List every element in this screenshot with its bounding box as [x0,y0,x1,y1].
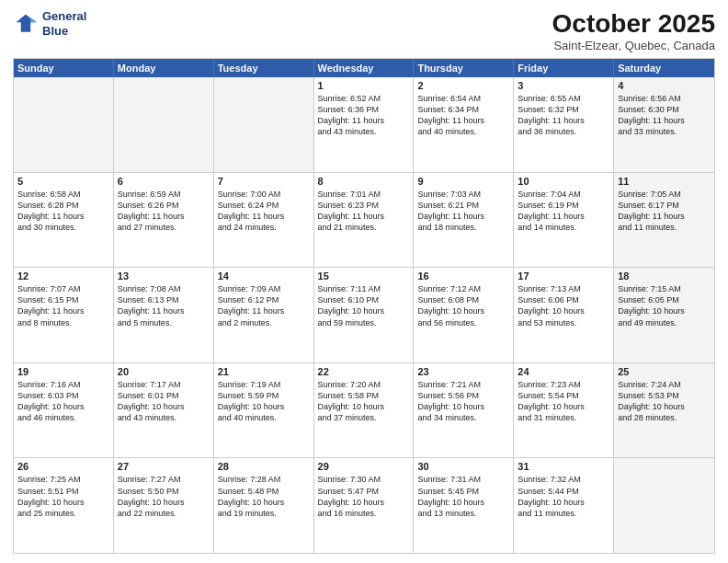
calendar-day-29: 29Sunrise: 7:30 AM Sunset: 5:47 PM Dayli… [314,458,415,553]
calendar-day-15: 15Sunrise: 7:11 AM Sunset: 6:10 PM Dayli… [314,268,415,362]
weekday-header-wednesday: Wednesday [314,59,415,77]
calendar: SundayMondayTuesdayWednesdayThursdayFrid… [13,58,715,554]
calendar-day-19: 19Sunrise: 7:16 AM Sunset: 6:03 PM Dayli… [14,363,114,458]
calendar-day-3: 3Sunrise: 6:55 AM Sunset: 6:32 PM Daylig… [514,77,614,172]
day-number: 17 [518,270,609,282]
day-info: Sunrise: 7:08 AM Sunset: 6:13 PM Dayligh… [118,283,210,328]
calendar-day-18: 18Sunrise: 7:15 AM Sunset: 6:05 PM Dayli… [614,268,714,362]
page: General Blue October 2025 Saint-Elzear, … [0,0,728,563]
logo-text: General Blue [42,9,86,38]
day-info: Sunrise: 7:28 AM Sunset: 5:48 PM Dayligh… [218,474,310,519]
logo-line1: General [42,9,86,23]
day-info: Sunrise: 7:20 AM Sunset: 5:58 PM Dayligh… [318,379,410,424]
day-number: 14 [218,270,310,282]
calendar-week-4: 19Sunrise: 7:16 AM Sunset: 6:03 PM Dayli… [14,362,714,458]
day-number: 19 [17,366,109,377]
weekday-header-sunday: Sunday [14,59,114,77]
calendar-body: 1Sunrise: 6:52 AM Sunset: 6:36 PM Daylig… [14,77,714,553]
calendar-empty-cell [14,77,114,172]
day-number: 23 [417,366,509,377]
day-number: 15 [318,270,410,282]
weekday-header-monday: Monday [114,59,214,77]
day-info: Sunrise: 6:59 AM Sunset: 6:26 PM Dayligh… [118,189,210,234]
svg-marker-1 [30,17,37,22]
day-number: 22 [318,366,410,377]
day-number: 1 [318,80,410,91]
day-info: Sunrise: 7:32 AM Sunset: 5:44 PM Dayligh… [518,474,609,519]
calendar-week-1: 1Sunrise: 6:52 AM Sunset: 6:36 PM Daylig… [14,77,714,172]
logo-line2: Blue [42,24,68,38]
day-number: 6 [118,176,210,187]
calendar-day-20: 20Sunrise: 7:17 AM Sunset: 6:01 PM Dayli… [114,363,214,458]
day-number: 8 [318,176,410,187]
calendar-day-21: 21Sunrise: 7:19 AM Sunset: 5:59 PM Dayli… [214,363,314,458]
day-info: Sunrise: 7:19 AM Sunset: 5:59 PM Dayligh… [218,379,310,424]
day-info: Sunrise: 7:25 AM Sunset: 5:51 PM Dayligh… [17,474,109,519]
day-number: 3 [518,80,609,91]
day-info: Sunrise: 6:52 AM Sunset: 6:36 PM Dayligh… [318,93,410,138]
day-info: Sunrise: 6:56 AM Sunset: 6:30 PM Dayligh… [618,93,711,138]
day-info: Sunrise: 6:58 AM Sunset: 6:28 PM Dayligh… [17,189,109,234]
calendar-day-8: 8Sunrise: 7:01 AM Sunset: 6:23 PM Daylig… [314,173,415,268]
calendar-day-25: 25Sunrise: 7:24 AM Sunset: 5:53 PM Dayli… [614,363,714,458]
day-info: Sunrise: 7:01 AM Sunset: 6:23 PM Dayligh… [318,189,410,234]
calendar-day-5: 5Sunrise: 6:58 AM Sunset: 6:28 PM Daylig… [14,173,114,268]
day-info: Sunrise: 6:54 AM Sunset: 6:34 PM Dayligh… [417,93,509,138]
day-info: Sunrise: 7:23 AM Sunset: 5:54 PM Dayligh… [518,379,609,424]
day-number: 27 [118,461,210,472]
calendar-day-28: 28Sunrise: 7:28 AM Sunset: 5:48 PM Dayli… [214,458,314,553]
calendar-day-10: 10Sunrise: 7:04 AM Sunset: 6:19 PM Dayli… [514,173,614,268]
calendar-day-22: 22Sunrise: 7:20 AM Sunset: 5:58 PM Dayli… [314,363,415,458]
day-number: 10 [518,176,609,187]
day-info: Sunrise: 7:30 AM Sunset: 5:47 PM Dayligh… [318,474,410,519]
day-info: Sunrise: 7:00 AM Sunset: 6:24 PM Dayligh… [218,189,310,234]
calendar-week-3: 12Sunrise: 7:07 AM Sunset: 6:15 PM Dayli… [14,267,714,362]
calendar-day-17: 17Sunrise: 7:13 AM Sunset: 6:06 PM Dayli… [514,268,614,362]
day-info: Sunrise: 7:17 AM Sunset: 6:01 PM Dayligh… [118,379,210,424]
day-number: 28 [218,461,310,472]
calendar-day-16: 16Sunrise: 7:12 AM Sunset: 6:08 PM Dayli… [414,268,514,362]
calendar-day-12: 12Sunrise: 7:07 AM Sunset: 6:15 PM Dayli… [14,268,114,362]
logo: General Blue [13,9,86,38]
day-number: 26 [17,461,109,472]
day-number: 12 [17,270,109,282]
calendar-day-26: 26Sunrise: 7:25 AM Sunset: 5:51 PM Dayli… [14,458,114,553]
calendar-week-2: 5Sunrise: 6:58 AM Sunset: 6:28 PM Daylig… [14,172,714,268]
calendar-empty-cell [114,77,214,172]
day-number: 7 [218,176,310,187]
day-number: 9 [417,176,509,187]
day-number: 2 [417,80,509,91]
day-info: Sunrise: 7:15 AM Sunset: 6:05 PM Dayligh… [618,283,711,328]
day-number: 29 [318,461,410,472]
calendar-empty-cell [214,77,314,172]
title-block: October 2025 Saint-Elzear, Quebec, Canad… [552,9,715,52]
calendar-day-9: 9Sunrise: 7:03 AM Sunset: 6:21 PM Daylig… [414,173,514,268]
day-number: 11 [618,176,711,187]
calendar-day-7: 7Sunrise: 7:00 AM Sunset: 6:24 PM Daylig… [214,173,314,268]
weekday-header-friday: Friday [514,59,614,77]
calendar-day-13: 13Sunrise: 7:08 AM Sunset: 6:13 PM Dayli… [114,268,214,362]
day-info: Sunrise: 7:03 AM Sunset: 6:21 PM Dayligh… [417,189,509,234]
day-number: 20 [118,366,210,377]
day-info: Sunrise: 7:21 AM Sunset: 5:56 PM Dayligh… [417,379,509,424]
month-title: October 2025 [552,9,715,39]
calendar-day-4: 4Sunrise: 6:56 AM Sunset: 6:30 PM Daylig… [614,77,714,172]
day-info: Sunrise: 7:09 AM Sunset: 6:12 PM Dayligh… [218,283,310,328]
day-info: Sunrise: 7:27 AM Sunset: 5:50 PM Dayligh… [118,474,210,519]
calendar-day-30: 30Sunrise: 7:31 AM Sunset: 5:45 PM Dayli… [414,458,514,553]
day-number: 25 [618,366,711,377]
calendar-empty-cell [614,458,714,553]
day-info: Sunrise: 7:24 AM Sunset: 5:53 PM Dayligh… [618,379,711,424]
day-number: 18 [618,270,711,282]
day-info: Sunrise: 7:31 AM Sunset: 5:45 PM Dayligh… [417,474,509,519]
day-number: 13 [118,270,210,282]
day-number: 30 [417,461,509,472]
day-number: 31 [518,461,609,472]
calendar-day-6: 6Sunrise: 6:59 AM Sunset: 6:26 PM Daylig… [114,173,214,268]
calendar-day-24: 24Sunrise: 7:23 AM Sunset: 5:54 PM Dayli… [514,363,614,458]
day-info: Sunrise: 7:16 AM Sunset: 6:03 PM Dayligh… [17,379,109,424]
calendar-week-5: 26Sunrise: 7:25 AM Sunset: 5:51 PM Dayli… [14,457,714,553]
calendar-day-27: 27Sunrise: 7:27 AM Sunset: 5:50 PM Dayli… [114,458,214,553]
calendar-day-1: 1Sunrise: 6:52 AM Sunset: 6:36 PM Daylig… [314,77,415,172]
day-info: Sunrise: 7:07 AM Sunset: 6:15 PM Dayligh… [17,283,109,328]
